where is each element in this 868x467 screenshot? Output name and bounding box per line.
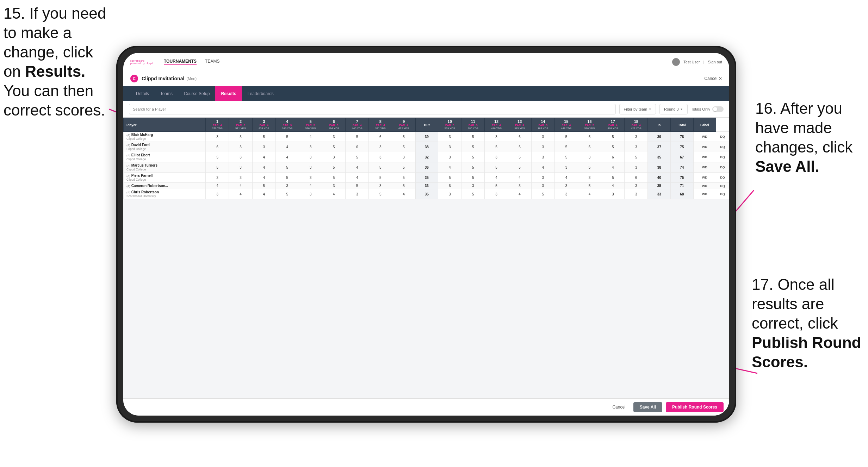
filter-chevron-icon: ▼ — [649, 108, 651, 111]
in-score-0: 39 — [648, 132, 671, 142]
dq-label-2[interactable]: DQ — [716, 152, 729, 162]
hole-1-score-3: 5 — [206, 162, 229, 173]
dq-label-3[interactable]: DQ — [716, 162, 729, 173]
filter-by-team-button[interactable]: Filter by team ▼ — [619, 104, 656, 114]
dq-label-0[interactable]: DQ — [716, 132, 729, 142]
total-score-1: 75 — [670, 142, 693, 152]
hole-9-score-0: 5 — [392, 132, 415, 142]
dq-label-1[interactable]: DQ — [716, 142, 729, 152]
hole-11-score-1: 5 — [461, 142, 485, 152]
tab-details[interactable]: Details — [130, 86, 155, 101]
hole-2-score-6: 4 — [229, 189, 252, 199]
hole-14-score-5: 3 — [531, 183, 554, 189]
hole-6-score-0: 3 — [322, 132, 346, 142]
hole-12-score-5: 5 — [485, 183, 508, 189]
table-row: (A)Marcus TurnersClippd College534535455… — [124, 162, 729, 173]
tablet-shell: SCOREBOARD Powered by clippd TOURNAMENTS… — [116, 46, 736, 423]
dq-label-6[interactable]: DQ — [716, 189, 729, 199]
hole-12-score-1: 5 — [485, 142, 508, 152]
out-score-1: 38 — [415, 142, 438, 152]
hole-13-score-6: 4 — [508, 189, 531, 199]
cancel-tournament-button[interactable]: Cancel ✕ — [704, 76, 722, 81]
hole-18-score-6: 3 — [625, 189, 648, 199]
hole-14-score-3: 4 — [531, 162, 554, 173]
tab-leaderboards[interactable]: Leaderboards — [242, 86, 279, 101]
app-navbar: SCOREBOARD Powered by clippd TOURNAMENTS… — [123, 53, 729, 71]
hole-15-score-2: 5 — [554, 152, 578, 162]
tab-results[interactable]: Results — [215, 86, 242, 101]
wd-label-1[interactable]: WD — [693, 142, 716, 152]
hole-1-score-2: 5 — [206, 152, 229, 162]
filter-by-team-label: Filter by team — [624, 107, 647, 111]
hole-1-score-6: 3 — [206, 189, 229, 199]
hole-5-score-1: 3 — [299, 142, 322, 152]
hole-18-score-2: 5 — [625, 152, 648, 162]
hole-16-score-1: 6 — [578, 142, 601, 152]
tab-teams[interactable]: Teams — [155, 86, 178, 101]
out-score-4: 35 — [415, 173, 438, 183]
dq-label-4[interactable]: DQ — [716, 173, 729, 183]
hole-2-header: 2PAR: 5511 YDS — [229, 118, 252, 132]
in-column-header: In — [648, 118, 671, 132]
save-all-button[interactable]: Save All — [633, 402, 662, 412]
wd-label-3[interactable]: WD — [693, 162, 716, 173]
wd-label-6[interactable]: WD — [693, 189, 716, 199]
hole-11-score-6: 5 — [461, 189, 485, 199]
hole-7-score-1: 6 — [346, 142, 369, 152]
hole-4-score-5: 3 — [275, 183, 299, 189]
totals-only-toggle[interactable]: Totals Only — [691, 106, 724, 112]
scorecard-wrapper[interactable]: Player 1PAR: 4370 YDS 2PAR: 5511 YDS 3PA… — [123, 118, 729, 199]
hole-12-score-3: 5 — [485, 162, 508, 173]
totals-only-label: Totals Only — [691, 107, 710, 111]
total-score-0: 78 — [670, 132, 693, 142]
hole-9-header: 9PAR: 4422 YDS — [392, 118, 415, 132]
nav-teams[interactable]: TEAMS — [205, 59, 219, 65]
hole-14-score-4: 3 — [531, 173, 554, 183]
hole-17-header: 17PAR: 4409 YDS — [601, 118, 625, 132]
hole-11-score-0: 5 — [461, 132, 485, 142]
hole-1-score-5: 4 — [206, 183, 229, 189]
wd-label-0[interactable]: WD — [693, 132, 716, 142]
hole-9-score-5: 5 — [392, 183, 415, 189]
instruction-number-17: 17. — [752, 276, 773, 293]
toggle-thumb — [713, 107, 717, 111]
user-name: Test User — [683, 60, 700, 64]
table-header-row: Player 1PAR: 4370 YDS 2PAR: 5511 YDS 3PA… — [124, 118, 729, 132]
action-bar: Cancel Save All Publish Round Scores — [123, 398, 729, 416]
hole-1-score-0: 3 — [206, 132, 229, 142]
cancel-button[interactable]: Cancel — [608, 403, 630, 412]
wd-label-5[interactable]: WD — [693, 183, 716, 189]
tab-course-setup[interactable]: Course Setup — [178, 86, 215, 101]
hole-9-score-2: 3 — [392, 152, 415, 162]
publish-round-scores-button[interactable]: Publish Round Scores — [666, 402, 724, 412]
hole-18-score-4: 6 — [625, 173, 648, 183]
nav-tournaments[interactable]: TOURNAMENTS — [164, 59, 197, 65]
hole-15-score-0: 5 — [554, 132, 578, 142]
round-selector-button[interactable]: Round 3 ▼ — [659, 104, 688, 114]
player-cell-1: (A)David FordClippd College — [124, 142, 206, 152]
hole-18-score-5: 3 — [625, 183, 648, 189]
hole-10-score-4: 5 — [438, 173, 461, 183]
sign-out-link[interactable]: Sign out — [708, 60, 722, 64]
hole-7-score-6: 3 — [346, 189, 369, 199]
hole-16-score-3: 5 — [578, 162, 601, 173]
tournament-subtitle: (Men) — [186, 76, 197, 81]
toggle-track[interactable] — [712, 106, 724, 112]
hole-4-score-3: 5 — [275, 162, 299, 173]
wd-label-4[interactable]: WD — [693, 173, 716, 183]
total-score-4: 75 — [670, 173, 693, 183]
dq-label-5[interactable]: DQ — [716, 183, 729, 189]
hole-15-score-4: 4 — [554, 173, 578, 183]
nav-right: Test User | Sign out — [672, 58, 722, 66]
wd-label-2[interactable]: WD — [693, 152, 716, 162]
instruction-bold-17: Publish Round Scores. — [752, 334, 861, 371]
hole-8-score-3: 5 — [369, 162, 392, 173]
search-input[interactable] — [129, 104, 616, 114]
hole-16-score-2: 3 — [578, 152, 601, 162]
hole-16-score-5: 5 — [578, 183, 601, 189]
hole-4-header: 4PAR: 3166 YDS — [275, 118, 299, 132]
player-cell-4: (A)Piers ParnellClippd College — [124, 173, 206, 183]
hole-3-score-5: 5 — [252, 183, 275, 189]
hole-8-score-0: 6 — [369, 132, 392, 142]
out-score-2: 32 — [415, 152, 438, 162]
